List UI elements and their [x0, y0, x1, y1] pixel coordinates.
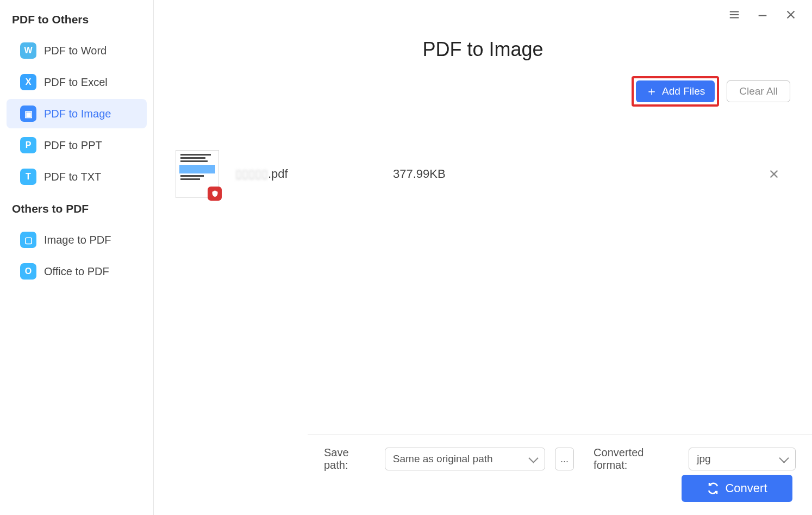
window-controls [713, 0, 812, 29]
add-files-highlight: ＋ Add Files [632, 76, 719, 107]
ellipsis-icon: ... [560, 454, 569, 465]
sidebar-item-label: PDF to PPT [44, 139, 102, 152]
save-path-value: Same as original path [393, 453, 493, 465]
save-path-select[interactable]: Same as original path [385, 448, 545, 470]
txt-icon: T [20, 169, 36, 185]
sidebar: PDF to Others W PDF to Word X PDF to Exc… [0, 0, 154, 515]
main-panel: PDF to Image ＋ Add Files Clear All [154, 0, 812, 515]
pdf-badge-icon [208, 187, 222, 201]
file-thumbnail [176, 150, 219, 198]
plus-icon: ＋ [646, 85, 658, 97]
sidebar-item-label: Office to PDF [44, 265, 109, 278]
sidebar-item-image-to-pdf[interactable]: ▢ Image to PDF [7, 225, 147, 255]
sidebar-item-pdf-to-image[interactable]: ▣ PDF to Image [7, 99, 147, 128]
page-title: PDF to Image [154, 38, 812, 61]
action-bar: ＋ Add Files Clear All [632, 76, 790, 107]
bottom-bar: Save path: Same as original path ... Con… [308, 434, 812, 471]
office-icon: O [20, 263, 36, 280]
format-value: jpg [697, 453, 710, 465]
clear-all-label: Clear All [739, 85, 778, 97]
sidebar-item-office-to-pdf[interactable]: O Office to PDF [7, 257, 147, 286]
convert-icon [707, 482, 720, 495]
add-files-button[interactable]: ＋ Add Files [636, 80, 715, 102]
browse-button[interactable]: ... [555, 448, 574, 470]
format-label: Converted format: [594, 446, 679, 471]
sidebar-item-label: PDF to Excel [44, 76, 108, 89]
clear-all-button[interactable]: Clear All [727, 80, 790, 102]
hamburger-icon[interactable] [728, 9, 740, 21]
sidebar-item-label: Image to PDF [44, 234, 111, 246]
image-icon: ▣ [20, 106, 36, 122]
file-size: 377.99KB [393, 167, 502, 181]
sidebar-item-pdf-to-excel[interactable]: X PDF to Excel [7, 67, 147, 97]
file-name-ext: .pdf [268, 167, 288, 181]
convert-button[interactable]: Convert [682, 475, 792, 502]
sidebar-item-pdf-to-txt[interactable]: T PDF to TXT [7, 162, 147, 191]
section-others-to-pdf: Others to PDF [0, 194, 153, 223]
format-select[interactable]: jpg [689, 448, 796, 470]
chevron-down-icon [528, 453, 538, 463]
remove-file-button[interactable] [766, 166, 782, 182]
file-name: ▯▯▯▯▯.pdf [235, 167, 377, 181]
image-file-icon: ▢ [20, 232, 36, 248]
sidebar-item-pdf-to-ppt[interactable]: P PDF to PPT [7, 131, 147, 160]
file-list: ▯▯▯▯▯.pdf 377.99KB [154, 148, 812, 200]
save-path-label: Save path: [324, 446, 375, 471]
chevron-down-icon [779, 453, 789, 463]
close-icon[interactable] [785, 9, 797, 21]
ppt-icon: P [20, 137, 36, 153]
sidebar-item-label: PDF to Image [44, 108, 111, 120]
word-icon: W [20, 42, 36, 59]
section-pdf-to-others: PDF to Others [0, 4, 153, 34]
sidebar-item-pdf-to-word[interactable]: W PDF to Word [7, 36, 147, 65]
sidebar-item-label: PDF to TXT [44, 171, 101, 183]
add-files-label: Add Files [662, 85, 705, 97]
minimize-icon[interactable] [757, 9, 769, 21]
file-row: ▯▯▯▯▯.pdf 377.99KB [170, 148, 796, 200]
file-name-blurred: ▯▯▯▯▯ [235, 167, 268, 181]
sidebar-item-label: PDF to Word [44, 45, 107, 57]
convert-label: Convert [725, 481, 767, 495]
excel-icon: X [20, 74, 36, 90]
